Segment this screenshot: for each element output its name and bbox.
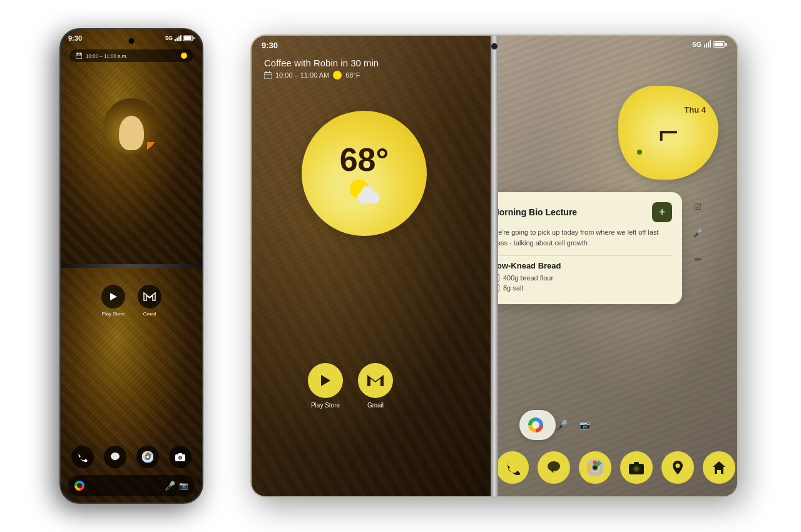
tablet-camera-dot — [491, 43, 497, 49]
tablet-cloud-shape — [357, 192, 380, 203]
phone-search-bar[interactable]: 🎤 📷 — [68, 475, 195, 496]
tablet-status-right: 5G — [692, 41, 727, 48]
svg-rect-28 — [725, 43, 727, 46]
phone-app-icons-row: Play Store Gmail — [61, 285, 202, 317]
svg-rect-23 — [269, 71, 270, 73]
tablet-right-screen: 5G — [494, 36, 737, 496]
tablet-5g-label: 5G — [692, 41, 702, 48]
tablet-notes-mic-icon[interactable]: 🎤 — [690, 225, 706, 241]
phone-mic-icon[interactable]: 🎤 — [165, 481, 175, 491]
phone-dock-chrome[interactable] — [136, 446, 159, 468]
phone-avatar-widget — [103, 98, 160, 155]
tablet-weather-temp: 68° — [340, 143, 389, 176]
svg-rect-22 — [266, 71, 267, 73]
tablet-dock-chrome[interactable] — [579, 451, 611, 484]
svg-point-29 — [548, 461, 560, 471]
tablet-checklist-text-1: 8g salt — [503, 284, 523, 292]
scene: 9:30 5G — [0, 0, 801, 532]
tablet-hinge — [491, 36, 498, 496]
tablet-statusbar: 9:30 — [262, 41, 484, 50]
tablet-notes-title-1: Morning Bio Lecture — [494, 207, 577, 217]
tablet-gmail-circle — [358, 363, 393, 398]
tablet-notif-weather: 68°F — [345, 71, 360, 79]
phone-screen-bottom: Play Store Gmail — [61, 266, 202, 503]
tablet-clock-dot — [637, 150, 642, 155]
tablet-checklist-item-1: 8g salt — [494, 284, 672, 292]
tablet-search-camera-icon[interactable]: 📷 — [579, 420, 590, 430]
tablet-gmail-icon — [367, 374, 384, 387]
tablet-notif-time: 10:00 – 11:00 AM — [275, 71, 329, 79]
tablet-notes-header: Morning Bio Lecture + — [494, 202, 672, 222]
phone-gmail-circle — [138, 285, 161, 309]
tablet-battery-icon — [713, 41, 727, 48]
phone-signal-icon — [175, 35, 181, 41]
tablet-checklist-text-0: 400g bread flour — [503, 274, 553, 282]
tablet-search-bar[interactable]: 🎤 📷 — [519, 410, 556, 440]
tablet-weather-widget: 68° — [302, 111, 427, 236]
svg-rect-2 — [193, 38, 195, 39]
tablet-app-gmail[interactable]: Gmail — [358, 363, 393, 409]
tablet-statusbar-right: 5G — [504, 41, 727, 48]
svg-rect-41 — [634, 462, 639, 464]
phone-messages-icon — [110, 451, 121, 463]
svg-rect-3 — [76, 53, 82, 59]
tablet-notification: Coffee with Robin in 30 min 10:00 – 11:0… — [264, 58, 379, 79]
phone-avatar-dot — [147, 142, 155, 150]
tablet-dock-home[interactable] — [703, 451, 735, 484]
tablet-body: 9:30 Coffee with Robin in 30 min 10:00 –… — [250, 34, 738, 498]
phone-status-icons: 5G — [165, 35, 195, 41]
tablet-notes-pencil-icon[interactable]: ✏ — [690, 251, 706, 267]
phone-avatar-figure — [119, 116, 144, 150]
tablet-app-playstore[interactable]: Play Store — [308, 363, 343, 409]
phone-camera-search-icon[interactable]: 📷 — [179, 481, 188, 490]
phone-app-playstore[interactable]: Play Store — [101, 285, 125, 317]
phone-time: 9:30 — [68, 34, 82, 42]
phone-5g-icon: 5G — [165, 35, 173, 41]
svg-point-37 — [593, 466, 597, 469]
phone-gmail-icon — [143, 292, 156, 302]
phone-notif-sun — [181, 53, 187, 59]
phone-dock-phone[interactable] — [71, 446, 94, 468]
tablet-left-wallpaper — [252, 36, 494, 496]
tablet-dock-phone[interactable] — [496, 451, 529, 484]
phone-calendar-icon — [76, 53, 82, 59]
tablet-notes-checkbox-icon[interactable]: ☑ — [690, 198, 706, 215]
phone-playstore-circle — [101, 285, 125, 309]
phone-call-icon — [77, 451, 88, 463]
tablet-notes-widget: Morning Bio Lecture + ☑ 🎤 — [494, 192, 682, 304]
tablet-checklist-item-0: 400g bread flour — [494, 274, 672, 282]
svg-marker-25 — [321, 375, 330, 386]
phone-dock-messages[interactable] — [104, 446, 126, 468]
tablet-maps-icon — [671, 459, 685, 476]
tablet-google-g-icon — [528, 417, 543, 432]
tablet-notif-sub: 10:00 – 11:00 AM 68°F — [264, 71, 379, 79]
tablet-dock-maps[interactable] — [661, 451, 694, 484]
phone-screen-top: 9:30 5G — [61, 29, 202, 266]
tablet-clock-day: Thu 4 — [684, 105, 718, 115]
svg-point-8 — [111, 453, 120, 460]
phone-playstore-label: Play Store — [102, 311, 125, 317]
tablet-camera-icon — [628, 459, 645, 476]
svg-rect-5 — [80, 53, 81, 54]
tablet-playstore-circle — [308, 363, 343, 398]
tablet-call-icon — [505, 460, 520, 475]
svg-rect-1 — [184, 36, 191, 40]
tablet-left-screen: 9:30 Coffee with Robin in 30 min 10:00 –… — [252, 36, 494, 496]
tablet-dock-messages[interactable] — [538, 451, 570, 484]
phone-gmail-label: Gmail — [143, 311, 156, 317]
tablet-notif-title: Coffee with Robin in 30 min — [264, 58, 379, 68]
phone-body: 9:30 5G — [59, 28, 203, 504]
phone-app-gmail[interactable]: Gmail — [138, 285, 161, 317]
phone-notification-pill: 10:00 – 11:00 a.m. — [69, 49, 193, 62]
phone-dock-camera[interactable] — [169, 446, 191, 468]
phone-hinge — [61, 264, 202, 268]
tablet-search-mic-icon[interactable]: 🎤 — [556, 419, 568, 431]
phone-playstore-icon — [108, 291, 119, 302]
tablet-notes-add-btn[interactable]: + — [652, 202, 672, 222]
tablet-notes-body-1: We're going to pick up today from where … — [494, 227, 672, 248]
tablet-chrome-icon — [587, 459, 603, 476]
tablet-dock — [496, 451, 735, 484]
tablet-signal-icon — [704, 41, 711, 48]
tablet-dock-camera[interactable] — [620, 451, 653, 484]
phone-camera-dot — [129, 38, 135, 44]
